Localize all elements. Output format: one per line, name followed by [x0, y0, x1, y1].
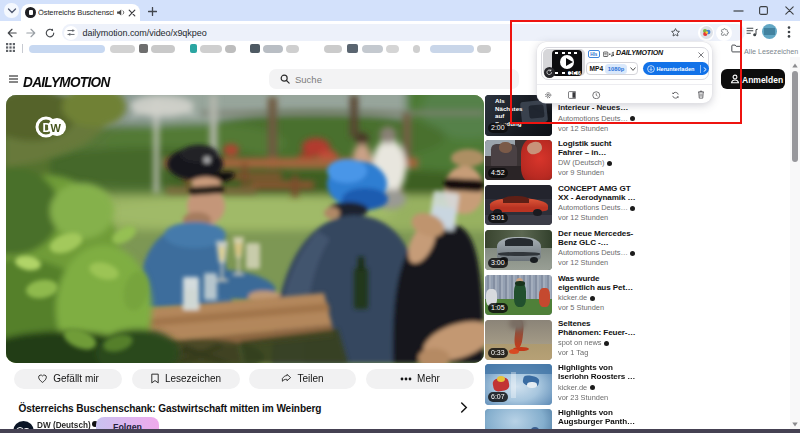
svg-text:W: W — [51, 122, 62, 134]
